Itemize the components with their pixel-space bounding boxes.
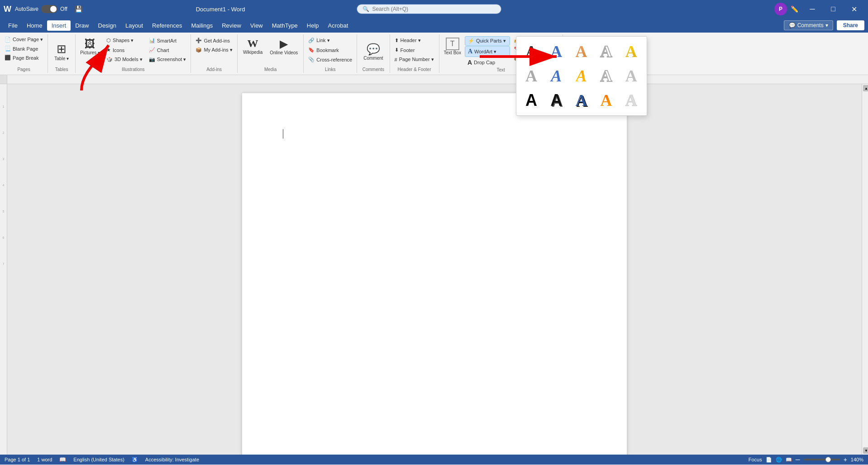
quick-parts-button[interactable]: ⚡ Quick Parts ▾ [465,36,510,46]
close-button[interactable]: ✕ [844,0,864,18]
wordart-style-12[interactable]: A [545,89,568,112]
media-group-label: Media [240,67,300,73]
wordart-style-1[interactable]: A [520,40,543,63]
header-button[interactable]: ⬆ Header ▾ [392,36,437,45]
avatar: P [774,3,787,15]
pen-icon[interactable]: ✏️ [791,5,798,13]
save-icon[interactable]: 💾 [75,5,82,13]
wordart-style-14[interactable]: A [595,89,618,112]
my-addins-label: My Add-ins ▾ [204,47,232,53]
text-box-button[interactable]: T Text Box [441,36,464,57]
ribbon-group-addins: ➕ Get Add-ins 📦 My Add-ins ▾ Add-ins [191,34,237,73]
table-button[interactable]: ⊞ Table ▾ [52,41,72,62]
footer-icon: ⬇ [395,47,399,53]
wordart-style-3[interactable]: A [570,40,592,63]
zoom-slider-knob[interactable] [825,457,831,462]
menu-file[interactable]: File [4,20,22,31]
menu-help[interactable]: Help [302,20,324,31]
zoom-out-icon[interactable]: ─ [796,456,800,463]
pictures-button[interactable]: 🖼 Pictures ▾ [77,36,103,57]
menu-mathtype[interactable]: MathType [267,20,302,31]
3d-models-label: 3D Models ▾ [114,57,143,62]
autosave-area: AutoSave Off [15,5,67,13]
wikipedia-label: Wikipedia [243,50,262,55]
online-videos-button[interactable]: ▶ Online Videos [267,36,300,57]
wordart-button[interactable]: A WordArt ▾ [465,46,510,57]
comment-button[interactable]: 💬 Comment [361,42,386,62]
screenshot-button[interactable]: 📷 Screenshot ▾ [146,55,189,64]
menu-design[interactable]: Design [94,20,121,31]
page[interactable] [242,93,627,455]
zoom-in-icon[interactable]: + [844,456,847,463]
chart-label: Chart [157,47,169,53]
page-number-button[interactable]: # Page Number ▾ [392,55,437,64]
get-addins-button[interactable]: ➕ Get Add-ins [193,36,235,45]
footer-button[interactable]: ⬇ Footer [392,46,437,54]
3d-models-icon: 🎲 [106,57,113,62]
menu-draw[interactable]: Draw [71,20,93,31]
wordart-style-2[interactable]: A [545,40,568,63]
cover-page-button[interactable]: 📄 Cover Page ▾ [2,35,46,44]
menu-review[interactable]: Review [217,20,246,31]
search-input[interactable] [372,6,496,12]
view-web-icon[interactable]: 🌐 [776,457,782,463]
drop-cap-button[interactable]: A Drop Cap [465,57,510,67]
shapes-label: Shapes ▾ [113,38,134,43]
minimize-button[interactable]: ─ [802,0,823,18]
link-button[interactable]: 🔗 Link ▾ [305,36,355,45]
link-label: Link ▾ [316,38,329,43]
page-break-button[interactable]: ⬛ Page Break [2,53,46,62]
scrollbar-vertical[interactable]: ▲ ▼ [862,84,868,455]
smartart-button[interactable]: 📊 SmartArt [146,36,189,45]
3d-models-button[interactable]: 🎲 3D Models ▾ [104,55,145,64]
comment-icon: 💬 [367,43,380,56]
status-bar: Page 1 of 1 1 word 📖 English (United Sta… [0,455,868,465]
links-group-label: Links [305,67,355,73]
drop-cap-label: Drop Cap [474,60,495,65]
online-videos-label: Online Videos [270,50,298,55]
comments-button[interactable]: 💬 Comments ▾ [784,20,833,30]
cross-reference-icon: 📎 [308,57,315,62]
restore-button[interactable]: □ [823,0,844,18]
wordart-style-8[interactable]: A [570,65,592,87]
blank-page-button[interactable]: 📃 Blank Page [2,44,46,53]
share-button[interactable]: Share [837,20,864,30]
screenshot-label: Screenshot ▾ [157,57,186,62]
my-addins-button[interactable]: 📦 My Add-ins ▾ [193,46,235,54]
wikipedia-button[interactable]: W Wikipedia [240,36,265,56]
wordart-style-10[interactable]: A [620,65,643,87]
ribbon-group-header-footer: ⬆ Header ▾ ⬇ Footer # Page Number ▾ Head… [390,34,439,73]
shapes-button[interactable]: ⬡ Shapes ▾ [104,36,145,45]
blank-page-icon: 📃 [5,46,11,52]
ribbon-group-links: 🔗 Link ▾ 🔖 Bookmark 📎 Cross-reference Li… [304,34,357,73]
page-number-label: Page Number ▾ [399,57,434,62]
wordart-style-15[interactable]: A [620,89,643,112]
zoom-slider[interactable] [804,459,840,460]
focus-label[interactable]: Focus [749,457,762,462]
wordart-style-9[interactable]: A [595,65,618,87]
wordart-style-11[interactable]: A [520,89,543,112]
autosave-toggle[interactable] [41,5,57,13]
text-box-label: Text Box [444,50,461,55]
wordart-style-13[interactable]: A [570,89,592,112]
cross-reference-button[interactable]: 📎 Cross-reference [305,55,355,64]
menu-acrobat[interactable]: Acrobat [324,20,353,31]
ribbon-group-illustrations: 🖼 Pictures ▾ ⬡ Shapes ▾ ★ Icons 🎲 3D Mod… [76,34,191,73]
addins-group-label: Add-ins [193,67,235,73]
view-read-icon[interactable]: 📖 [786,457,792,463]
menu-home[interactable]: Home [22,20,47,31]
menu-insert[interactable]: Insert [47,20,71,31]
menu-layout[interactable]: Layout [121,20,148,31]
chart-button[interactable]: 📈 Chart [146,46,189,54]
icons-button[interactable]: ★ Icons [104,46,145,54]
wordart-style-6[interactable]: A [520,65,543,87]
bookmark-button[interactable]: 🔖 Bookmark [305,46,355,54]
menu-view[interactable]: View [246,20,267,31]
menu-mailings[interactable]: Mailings [187,20,218,31]
view-print-icon[interactable]: 📄 [766,457,772,463]
wordart-style-4[interactable]: A [595,40,618,63]
wordart-style-7[interactable]: A [545,65,568,87]
proofing-icon: 📖 [59,456,66,463]
wordart-style-5[interactable]: A [620,40,643,63]
menu-references[interactable]: References [148,20,186,31]
